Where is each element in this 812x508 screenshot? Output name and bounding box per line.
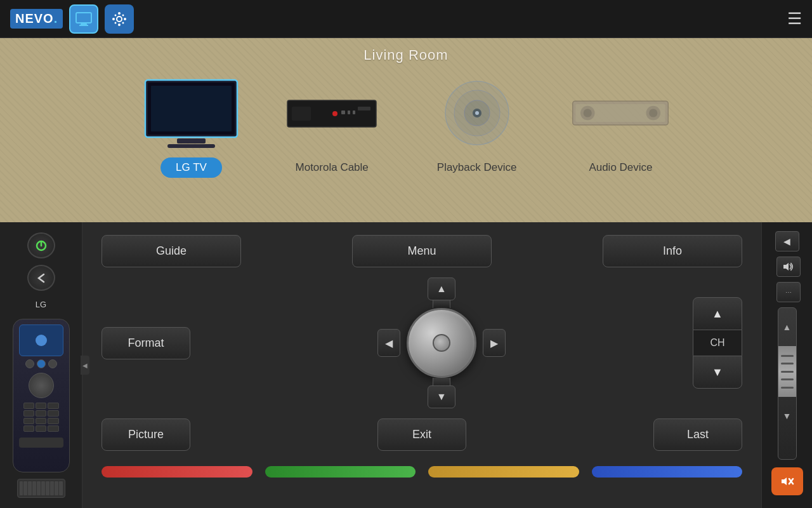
top-bar: NEVO. ☰ (0, 0, 812, 38)
svg-rect-16 (151, 86, 232, 131)
svg-rect-21 (348, 110, 350, 114)
audio-svg (570, 88, 671, 138)
guide-button[interactable]: Guide (102, 235, 241, 267)
vol-up-arrow: ▲ (783, 322, 792, 332)
remote-dpad-mini (29, 373, 54, 398)
vol-line-1 (781, 355, 794, 357)
top-bar-left: NEVO. (10, 4, 134, 34)
picture-button[interactable]: Picture (102, 418, 190, 451)
dpad-right-button[interactable]: ▶ (483, 329, 506, 357)
nav-left-button[interactable]: ◀ (775, 231, 799, 251)
kb-10 (59, 481, 63, 495)
kb-1 (20, 481, 23, 495)
ctrl-row-3: Picture Exit Last (102, 418, 742, 451)
svg-rect-22 (353, 110, 355, 114)
device-img-motorola (281, 75, 383, 151)
format-button[interactable]: Format (102, 327, 190, 359)
svg-rect-15 (167, 144, 215, 148)
remote-mini (13, 319, 70, 472)
dpad-container: ▲ ◀ ▶ ▼ (372, 277, 511, 408)
sidebar-collapse-btn[interactable]: ◀ (81, 356, 89, 375)
kb-4 (32, 481, 36, 495)
up-arrow-icon: ▲ (436, 283, 447, 295)
dpad-mid-row: ◀ ▶ (377, 308, 506, 378)
info-button[interactable]: Info (603, 235, 742, 267)
rgb-9 (48, 418, 58, 424)
dpad-up-button[interactable]: ▲ (428, 277, 455, 300)
remote-screen-dot (36, 335, 47, 346)
power-icon (35, 239, 48, 252)
center-control: Guide Menu Info Format ▲ ◀ (82, 222, 761, 508)
device-img-lgtv (141, 75, 242, 151)
svg-point-9 (122, 14, 124, 16)
hamburger-button[interactable]: ☰ (787, 9, 802, 29)
device-audio[interactable]: Audio Device (570, 75, 671, 178)
svg-point-8 (115, 14, 117, 16)
vol-down-zone: ▼ (778, 397, 796, 435)
device-img-playback (426, 75, 528, 151)
mute-button[interactable] (771, 467, 803, 495)
svg-point-5 (118, 23, 121, 26)
ch-up-button[interactable]: ▲ (693, 297, 742, 330)
ctrl-row-1: Guide Menu Info (102, 235, 742, 267)
volume-slider[interactable]: ▲ ▼ (778, 307, 797, 460)
dpad-center-inner (433, 334, 450, 352)
tv-icon-btn[interactable] (69, 4, 98, 34)
lgtv-svg (142, 77, 240, 150)
room-panel: Living Room LG TV (0, 38, 812, 222)
device-motorola[interactable]: Motorola Cable (280, 75, 384, 178)
yellow-color-button[interactable] (428, 466, 579, 478)
kb-6 (41, 481, 45, 495)
remote-grid-mini (23, 403, 59, 432)
ch-up-arrow-icon: ▲ (712, 307, 723, 321)
green-color-button[interactable] (265, 466, 416, 478)
main-control: LG (0, 222, 812, 508)
nevo-dot: . (54, 11, 58, 25)
nav-right-button[interactable] (776, 257, 801, 277)
kb-5 (37, 481, 41, 495)
kb-9 (55, 481, 58, 495)
red-color-button[interactable] (102, 466, 252, 478)
back-icon (35, 272, 48, 284)
device-lgtv[interactable]: LG TV (141, 75, 242, 178)
rgb-8 (36, 418, 46, 424)
svg-point-34 (584, 109, 592, 117)
kb-2 (23, 481, 27, 495)
exit-button[interactable]: Exit (377, 418, 466, 451)
nav-dots-button[interactable]: ⋯ (776, 282, 801, 302)
playback-label: Playback Device (422, 157, 532, 178)
svg-point-6 (112, 18, 115, 20)
motorola-svg (284, 91, 379, 135)
back-button[interactable] (27, 265, 55, 291)
keyboard-mini (17, 479, 65, 498)
motorola-label: Motorola Cable (280, 157, 384, 178)
svg-rect-23 (292, 107, 311, 121)
menu-button[interactable]: Menu (352, 235, 492, 267)
ch-down-button[interactable]: ▼ (693, 356, 742, 389)
svg-point-3 (117, 17, 122, 22)
last-button[interactable]: Last (653, 418, 742, 451)
blue-color-button[interactable] (592, 466, 743, 478)
dpad-left-button[interactable]: ◀ (377, 329, 400, 357)
ch-button-container: ▲ CH ▼ (693, 297, 742, 389)
rgb-1 (23, 403, 34, 409)
volume-icon (782, 262, 795, 272)
remote-btn-row-1 (25, 359, 57, 368)
svg-point-19 (332, 111, 337, 116)
rgb-6 (48, 410, 58, 417)
remote-small-btn-1 (25, 359, 34, 368)
playback-svg (439, 78, 515, 148)
power-button[interactable] (27, 232, 55, 258)
svg-point-7 (124, 18, 126, 20)
rgb-3 (48, 403, 58, 409)
device-playback[interactable]: Playback Device (422, 75, 532, 178)
svg-rect-24 (358, 107, 370, 110)
svg-point-11 (122, 22, 124, 23)
dpad-down-button[interactable]: ▼ (428, 385, 455, 408)
right-sidebar: ◀ ⋯ ▲ ▼ (761, 222, 812, 508)
dpad-center-button[interactable] (407, 308, 476, 378)
rgb-10 (23, 425, 34, 432)
rgb-4 (23, 410, 34, 417)
settings-icon-btn[interactable] (105, 4, 134, 34)
mute-icon (780, 476, 794, 487)
